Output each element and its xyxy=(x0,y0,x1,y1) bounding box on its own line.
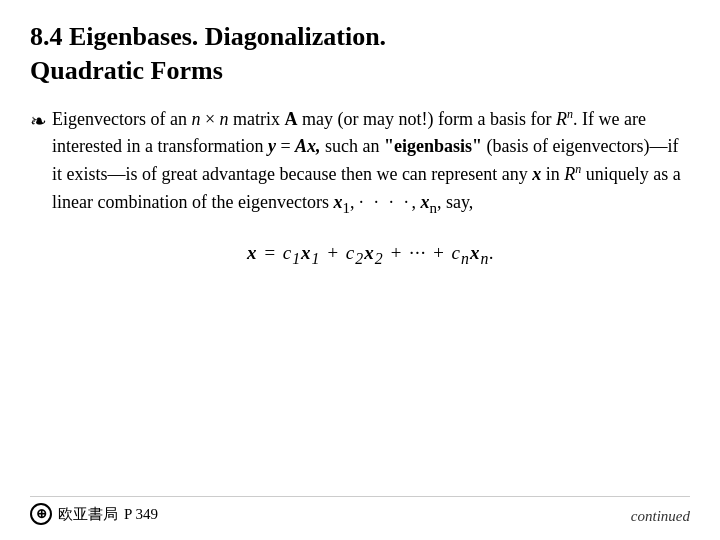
n-var2: n xyxy=(220,109,229,129)
publisher-icon: ⊕ xyxy=(30,503,52,525)
y-var: y xyxy=(268,136,276,156)
publisher-info: ⊕ 欧亚書局 P 349 xyxy=(30,503,158,525)
continued-label: continued xyxy=(631,508,690,525)
title-block: 8.4 Eigenbases. Diagonalization. Quadrat… xyxy=(30,20,690,88)
bottom-bar: ⊕ 欧亚書局 P 349 continued xyxy=(30,496,690,525)
title-line1: 8.4 Eigenbases. Diagonalization. xyxy=(30,20,690,54)
n-superscript: n xyxy=(567,107,573,121)
dots-symbol: · · · · xyxy=(359,192,412,212)
formula-block: x = c1x1 + c2x2 + ··· + cnxn. xyxy=(52,238,690,271)
content-block: ❧ Eigenvectors of an n × n matrix A may … xyxy=(30,106,690,496)
sub-n: n xyxy=(429,200,437,216)
matrix-A: A xyxy=(285,109,298,129)
Rn-var: Rn xyxy=(556,109,573,129)
eigenbasis-term: "eigenbasis" xyxy=(384,136,482,156)
page-number: P 349 xyxy=(124,506,158,523)
Ax-term: Ax, xyxy=(295,136,321,156)
page: 8.4 Eigenbases. Diagonalization. Quadrat… xyxy=(0,0,720,540)
formula-text: x = c1x1 + c2x2 + ··· + cnxn. xyxy=(247,242,495,263)
paragraph-text: Eigenvectors of an n × n matrix A may (o… xyxy=(52,109,681,213)
x-var1: x xyxy=(532,164,541,184)
sub-1: 1 xyxy=(342,200,350,216)
n-superscript2: n xyxy=(575,162,581,176)
Rn-var2: Rn xyxy=(564,164,581,184)
title-line2: Quadratic Forms xyxy=(30,54,690,88)
publisher-name: 欧亚書局 xyxy=(58,505,118,524)
n-var1: n xyxy=(191,109,200,129)
bullet-symbol: ❧ xyxy=(30,106,47,137)
